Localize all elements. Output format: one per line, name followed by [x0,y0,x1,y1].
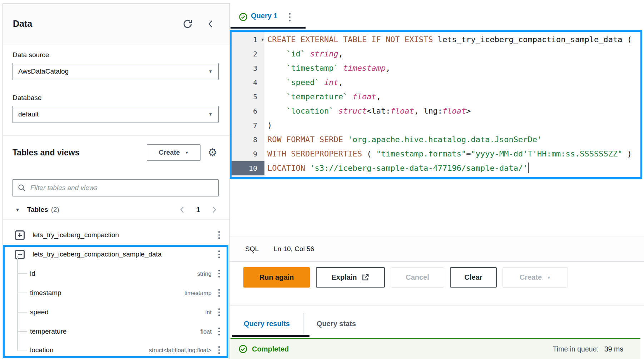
fold-caret-icon[interactable]: ▾ [261,33,264,47]
collapse-panel-icon[interactable] [207,19,215,29]
database-select[interactable]: default [12,106,219,123]
code-line[interactable]: 1▾CREATE EXTERNAL TABLE IF NOT EXISTS le… [232,33,640,47]
column-menu-icon[interactable] [217,288,221,298]
query-success-icon [239,13,248,21]
page-number[interactable]: 1 [196,206,200,214]
run-again-button[interactable]: Run again [243,267,310,288]
line-number: 5 [232,90,264,104]
code-line[interactable]: 9WITH SERDEPROPERTIES ( "timestamp.forma… [232,147,640,161]
column-name: timestamp [30,289,184,297]
divider [230,305,644,306]
explain-label: Explain [331,273,357,281]
line-number: 6 [232,104,264,118]
column-name: location [30,346,149,354]
tables-count: (2) [51,206,59,214]
table-menu-icon[interactable] [217,230,221,240]
tab-query-results[interactable]: Query results [244,320,290,328]
editor-language: SQL [245,245,259,253]
database-label: Database [13,94,41,102]
table-name[interactable]: lets_try_iceberg_compaction_sample_data [33,250,217,258]
column-type: struct<lat:float,lng:float> [149,347,212,354]
page-next-icon[interactable] [211,206,217,214]
column-menu-icon[interactable] [217,307,221,318]
code-text: WITH SERDEPROPERTIES ( "timestamp.format… [264,147,632,161]
pagination: 1 [179,206,217,214]
column-menu-icon[interactable] [217,268,221,279]
table-name[interactable]: lets_try_iceberg_compaction [33,231,217,239]
code-text: `timestamp` timestamp, [264,61,390,75]
table-row[interactable]: lets_try_iceberg_compaction_sample_data [3,245,229,264]
tables-and-views-header: Tables and views Create ⚙ [3,144,229,161]
collapse-table-icon[interactable] [15,250,25,259]
filter-tables-input[interactable]: Filter tables and views [12,179,219,196]
column-type: timestamp [184,290,212,296]
code-line[interactable]: 8ROW FORMAT SERDE 'org.apache.hive.hcata… [232,133,640,147]
gear-icon[interactable]: ⚙ [208,147,217,158]
tab-divider [303,313,303,334]
column-name: temperature [30,328,200,335]
create-table-label: Create [159,149,180,156]
collapse-tables-icon[interactable]: ▼ [15,207,20,213]
refresh-icon[interactable] [182,19,193,29]
divider [3,135,229,136]
code-text: ) [264,118,272,133]
code-text: ROW FORMAT SERDE 'org.apache.hive.hcatal… [264,133,542,147]
status-completed-label: Completed [252,345,289,353]
column-type: int [205,309,212,316]
code-line[interactable]: 6 `location` struct<lat:float, lng:float… [232,104,640,118]
search-icon [18,184,26,192]
filter-placeholder: Filter tables and views [30,184,98,192]
table-row[interactable]: lets_try_iceberg_compaction [3,225,229,245]
results-tabs: Query results Query stats [244,314,356,334]
external-link-icon [361,273,370,281]
table-menu-icon[interactable] [217,249,221,260]
create-table-button[interactable]: Create [147,144,200,161]
code-line[interactable]: 4 `speed` int, [232,75,640,90]
code-line[interactable]: 3 `timestamp` timestamp, [232,61,640,75]
create-button: Create [502,267,568,288]
page-prev-icon[interactable] [179,206,185,214]
column-menu-icon[interactable] [217,326,221,337]
code-text: LOCATION 's3://iceberg-sample-data-47719… [264,161,529,175]
column-row: temperature float [3,322,229,341]
query-tab-menu-icon[interactable] [288,11,292,23]
line-number: 7 [232,118,264,133]
run-again-label: Run again [259,273,294,281]
line-number: 8 [232,133,264,147]
expand-table-icon[interactable] [15,230,25,240]
completed-check-icon [238,344,248,354]
code-lines: 1▾CREATE EXTERNAL TABLE IF NOT EXISTS le… [232,33,640,175]
column-row: location struct<lat:float,lng:float> [3,341,229,359]
line-number: 4 [232,75,264,90]
database-value: default [18,110,208,118]
active-tab-underline [232,335,309,337]
cursor-position: Ln 10, Col 56 [274,245,314,253]
data-source-label: Data source [13,51,49,59]
explain-button[interactable]: Explain [316,267,385,288]
code-line[interactable]: 7) [232,118,640,133]
column-menu-icon[interactable] [217,345,221,355]
tables-and-views-title: Tables and views [13,148,147,158]
query-status-bar: Completed Time in queue: 39 ms [231,338,640,359]
sql-editor[interactable]: 1▾CREATE EXTERNAL TABLE IF NOT EXISTS le… [230,30,642,179]
clear-button[interactable]: Clear [450,267,497,288]
time-in-queue-value: 39 ms [604,345,623,353]
code-line[interactable]: 10LOCATION 's3://iceberg-sample-data-477… [232,161,640,175]
create-label: Create [520,273,542,281]
data-source-select[interactable]: AwsDataCatalog [12,63,219,80]
tab-query-stats[interactable]: Query stats [317,320,356,328]
column-name: speed [30,308,205,316]
tab-query-1[interactable]: Query 1 [251,12,277,20]
cancel-button: Cancel [391,267,444,288]
clear-label: Clear [464,273,482,281]
query-tab-underline [231,27,306,29]
code-text: `id` string, [264,47,343,61]
cancel-label: Cancel [406,273,429,281]
code-line[interactable]: 5 `temperature` float, [232,90,640,104]
code-text: CREATE EXTERNAL TABLE IF NOT EXISTS lets… [264,33,632,47]
divider [3,219,229,220]
code-text: `temperature` float, [264,90,381,104]
code-line[interactable]: 2 `id` string, [232,47,640,61]
column-row: id string [3,264,229,283]
column-type: float [200,328,212,335]
